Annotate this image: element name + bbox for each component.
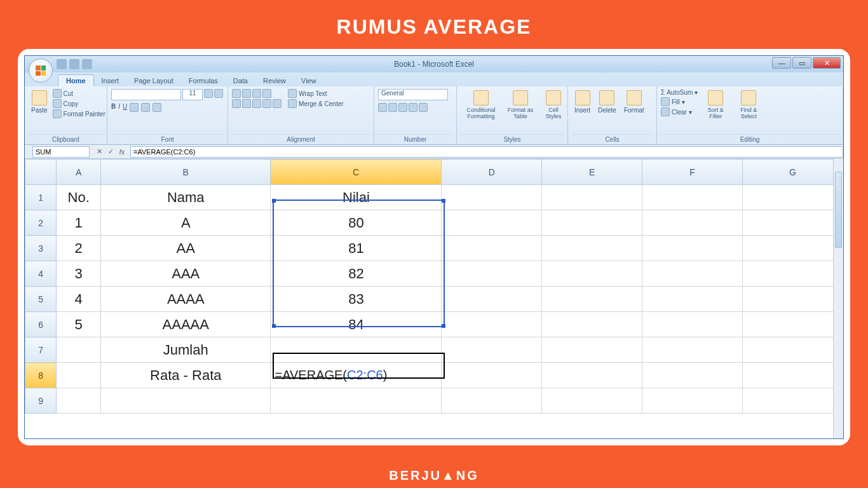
cell[interactable]	[57, 388, 101, 414]
tab-view[interactable]: View	[294, 75, 324, 86]
currency-icon[interactable]	[378, 103, 387, 112]
font-color-icon[interactable]	[153, 103, 161, 112]
row-header-1[interactable]: 1	[25, 185, 57, 210]
cell-c7[interactable]	[271, 337, 442, 363]
row-header-2[interactable]: 2	[25, 210, 57, 236]
tab-formulas[interactable]: Formulas	[181, 75, 226, 86]
cell-d1[interactable]	[442, 185, 542, 210]
align-right-icon[interactable]	[252, 99, 261, 108]
cut-button[interactable]: Cut	[53, 89, 105, 98]
office-button[interactable]	[29, 58, 53, 83]
cell[interactable]	[542, 337, 642, 363]
cell[interactable]	[442, 312, 542, 337]
cell-c8[interactable]: =AVERAGE(C2:C6)	[271, 363, 442, 388]
accept-formula-icon[interactable]: ✓	[106, 147, 115, 156]
font-name-select[interactable]	[111, 89, 181, 100]
tab-data[interactable]: Data	[226, 75, 255, 86]
indent-inc-icon[interactable]	[273, 99, 281, 108]
cell-c6[interactable]: 84	[271, 312, 442, 337]
tab-insert[interactable]: Insert	[94, 75, 127, 86]
autosum-button[interactable]: Σ AutoSum ▾	[661, 89, 698, 96]
cell[interactable]	[101, 388, 271, 414]
maximize-button[interactable]: ▭	[792, 57, 811, 69]
insert-cells-button[interactable]: Insert	[572, 89, 593, 115]
cell-a6[interactable]: 5	[57, 312, 101, 337]
row-header-3[interactable]: 3	[25, 236, 57, 261]
cancel-formula-icon[interactable]: ✕	[95, 147, 104, 156]
cell[interactable]	[743, 337, 843, 363]
cell-a2[interactable]: 1	[57, 210, 101, 236]
col-header-b[interactable]: B	[101, 159, 271, 185]
cell-g1[interactable]	[743, 185, 843, 210]
cell-a3[interactable]: 2	[57, 236, 101, 261]
cell-b8[interactable]: Rata - Rata	[101, 363, 271, 388]
scrollbar-thumb[interactable]	[835, 172, 842, 248]
row-header-7[interactable]: 7	[25, 337, 57, 363]
cell[interactable]	[542, 388, 642, 414]
merge-center-button[interactable]: Merge & Center	[288, 99, 344, 108]
percent-icon[interactable]	[388, 103, 397, 112]
col-header-g[interactable]: G	[743, 159, 843, 185]
copy-button[interactable]: Copy	[53, 99, 105, 108]
fill-color-icon[interactable]	[141, 103, 150, 112]
cell[interactable]	[442, 337, 542, 363]
cell-c2[interactable]: 80	[271, 210, 442, 236]
clear-button[interactable]: Clear ▾	[661, 107, 698, 116]
format-as-table-button[interactable]: Format as Table	[504, 89, 537, 121]
worksheet-area[interactable]: A B C D E F G 1 No. Nama Nilai 2 1 A 80 …	[25, 159, 843, 438]
cell[interactable]	[743, 312, 843, 337]
spreadsheet-grid[interactable]: A B C D E F G 1 No. Nama Nilai 2 1 A 80 …	[25, 159, 843, 414]
cell[interactable]	[542, 261, 642, 287]
cell-b7[interactable]: Jumlah	[101, 337, 271, 363]
row-header-8[interactable]: 8	[25, 363, 57, 388]
cell[interactable]	[642, 363, 743, 388]
cell-f1[interactable]	[642, 185, 743, 210]
cell[interactable]	[442, 261, 542, 287]
col-header-c[interactable]: C	[271, 159, 442, 185]
cell-e1[interactable]	[542, 185, 642, 210]
comma-icon[interactable]	[398, 103, 407, 112]
cell[interactable]	[642, 261, 743, 287]
cell-c5[interactable]: 83	[271, 287, 442, 312]
cell[interactable]	[642, 337, 743, 363]
cell-c1[interactable]: Nilai	[271, 185, 442, 210]
cell[interactable]	[743, 261, 843, 287]
cell[interactable]	[743, 363, 843, 388]
align-left-icon[interactable]	[232, 99, 241, 108]
italic-button[interactable]: I	[118, 103, 120, 112]
cell-b3[interactable]: AA	[101, 236, 271, 261]
find-select-button[interactable]: Find & Select	[733, 89, 764, 121]
name-box[interactable]: SUM	[32, 146, 90, 158]
cell[interactable]	[542, 236, 642, 261]
cell-a1[interactable]: No.	[57, 185, 101, 210]
cell[interactable]	[642, 388, 743, 414]
col-header-a[interactable]: A	[57, 159, 101, 185]
col-header-f[interactable]: F	[642, 159, 743, 185]
orientation-icon[interactable]	[262, 89, 271, 98]
cell-a8[interactable]	[57, 363, 101, 388]
font-size-select[interactable]: 11	[182, 89, 203, 100]
conditional-formatting-button[interactable]: Conditional Formatting	[461, 89, 501, 121]
align-middle-icon[interactable]	[242, 89, 251, 98]
grow-font-icon[interactable]	[204, 89, 213, 98]
tab-home[interactable]: Home	[58, 74, 94, 86]
border-icon[interactable]	[130, 103, 139, 112]
fill-button[interactable]: Fill ▾	[661, 97, 698, 106]
col-header-e[interactable]: E	[542, 159, 642, 185]
align-top-icon[interactable]	[232, 89, 241, 98]
sort-filter-button[interactable]: Sort & Filter	[700, 89, 731, 121]
formula-bar[interactable]: =AVERAGE(C2:C6)	[130, 146, 843, 158]
cell[interactable]	[442, 363, 542, 388]
align-bottom-icon[interactable]	[252, 89, 261, 98]
fx-icon[interactable]: fx	[118, 148, 126, 156]
inc-decimal-icon[interactable]	[409, 103, 417, 112]
col-header-d[interactable]: D	[442, 159, 542, 185]
vertical-scrollbar[interactable]	[833, 159, 843, 438]
bold-button[interactable]: B	[111, 103, 116, 112]
paste-button[interactable]: Paste	[29, 89, 50, 115]
cell[interactable]	[642, 236, 743, 261]
format-painter-button[interactable]: Format Painter	[53, 109, 105, 118]
cell[interactable]	[542, 363, 642, 388]
format-cells-button[interactable]: Format	[621, 89, 647, 115]
wrap-text-button[interactable]: Wrap Text	[288, 89, 344, 98]
